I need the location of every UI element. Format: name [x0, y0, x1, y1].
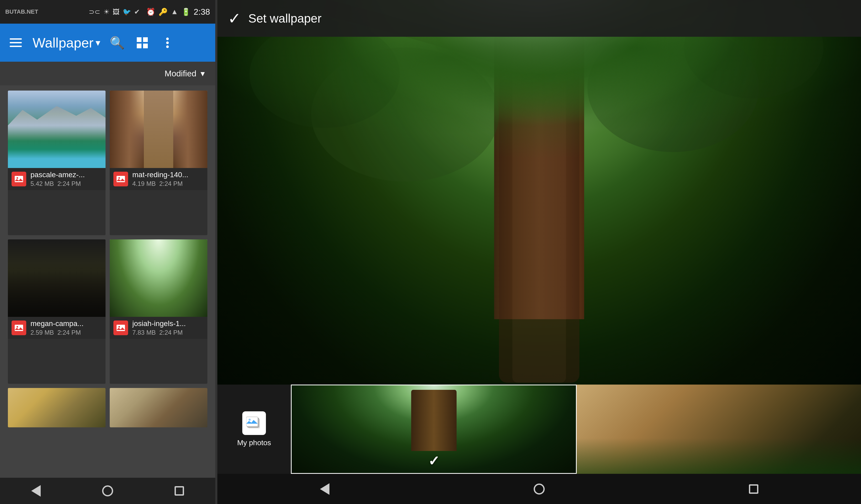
- image-icon: [116, 174, 125, 184]
- status-bar: BUTAB.NET ⊃⊂ ☀ 🖼 🐦 ✔ ⏰ 🔑 ▲ 🔋 2:38: [0, 0, 215, 24]
- svg-rect-3: [143, 44, 148, 48]
- left-panel: BUTAB.NET ⊃⊂ ☀ 🖼 🐦 ✔ ⏰ 🔑 ▲ 🔋 2:38 Wallpa…: [0, 0, 215, 504]
- file-name: pascale-amez-...: [30, 171, 85, 179]
- right-panel: ✓ Set wallpaper: [217, 0, 861, 504]
- image-icon: [14, 323, 24, 332]
- back-icon: [31, 485, 41, 496]
- grid-icon: [136, 37, 148, 49]
- app-bar-title: Wallpaper: [32, 35, 94, 51]
- svg-point-26: [249, 419, 251, 421]
- chevron-down-icon: ▾: [96, 37, 100, 48]
- file-details: 7.83 MB 2:24 PM: [132, 329, 186, 336]
- selected-checkmark-icon: ✓: [428, 453, 440, 469]
- status-bar-right: ⊃⊂ ☀ 🖼 🐦 ✔ ⏰ 🔑 ▲ 🔋 2:38: [89, 7, 210, 17]
- svg-point-5: [166, 41, 169, 44]
- svg-point-18: [311, 47, 499, 182]
- search-button[interactable]: 🔍: [109, 35, 125, 51]
- status-bar-left: BUTAB.NET: [5, 9, 38, 15]
- list-item[interactable]: [110, 388, 207, 427]
- svg-rect-13: [117, 325, 125, 331]
- file-info: megan-campa... 2.59 MB 2:24 PM: [8, 317, 106, 339]
- back-button[interactable]: [26, 480, 46, 501]
- home-icon-right: [534, 483, 545, 494]
- file-thumbnail: [110, 91, 207, 168]
- svg-rect-2: [137, 44, 141, 48]
- list-item[interactable]: [8, 388, 106, 427]
- wallpaper-preview: [217, 0, 861, 384]
- bottom-nav: [0, 478, 215, 504]
- strip-thumb-selected[interactable]: ✓: [291, 384, 577, 474]
- status-time: 2:38: [194, 7, 210, 17]
- sort-bar: Modified ▾: [0, 62, 215, 85]
- svg-rect-11: [15, 325, 23, 331]
- file-thumbnail: [110, 388, 207, 427]
- alarm-icon: ⏰: [146, 8, 155, 16]
- brightness-icon: ☀: [104, 8, 109, 16]
- file-thumbnail: [8, 240, 106, 317]
- social2-icon: ✔: [134, 8, 140, 16]
- home-icon: [102, 485, 113, 496]
- my-photos-button[interactable]: My photos: [217, 384, 291, 474]
- strip-thumbnails: ✓: [291, 384, 861, 474]
- app-watermark: BUTAB.NET: [5, 9, 38, 15]
- file-meta: josiah-ingels-1... 7.83 MB 2:24 PM: [132, 319, 186, 336]
- thumbnail-strip: My photos ✓: [217, 384, 861, 474]
- photo-icon: 🖼: [113, 8, 120, 16]
- list-item[interactable]: mat-reding-140... 4.19 MB 2:24 PM: [110, 91, 207, 235]
- dots-vertical-icon: [165, 37, 169, 49]
- folder-dropdown[interactable]: Wallpaper ▾: [32, 35, 100, 51]
- image-icon: [14, 174, 24, 184]
- checkmark-icon: ✓: [228, 9, 241, 28]
- svg-point-8: [16, 177, 18, 179]
- back-icon-right: [320, 483, 329, 495]
- grid-view-button[interactable]: [134, 35, 151, 51]
- svg-rect-9: [117, 176, 125, 182]
- svg-point-14: [118, 326, 120, 328]
- image-icon: [116, 323, 125, 332]
- file-thumbnail: [110, 240, 207, 317]
- back-button-right[interactable]: [314, 478, 335, 500]
- bottom-nav-right: [217, 474, 861, 504]
- file-name: megan-campa...: [30, 319, 83, 328]
- set-wallpaper-label: Set wallpaper: [248, 11, 322, 26]
- file-type-icon: [12, 321, 26, 335]
- recents-icon-right: [749, 484, 758, 494]
- svg-point-12: [16, 326, 18, 328]
- more-options-button[interactable]: [159, 35, 176, 51]
- svg-point-6: [166, 45, 169, 48]
- file-type-icon: [12, 172, 26, 186]
- recents-icon: [175, 486, 184, 495]
- file-info: pascale-amez-... 5.42 MB 2:24 PM: [8, 168, 106, 190]
- file-details: 5.42 MB 2:24 PM: [30, 180, 85, 188]
- my-photos-label: My photos: [237, 439, 271, 447]
- recents-button-right[interactable]: [743, 478, 764, 500]
- file-type-icon: [113, 321, 128, 335]
- svg-point-4: [166, 38, 169, 40]
- list-item[interactable]: megan-campa... 2.59 MB 2:24 PM: [8, 240, 106, 384]
- list-item[interactable]: pascale-amez-... 5.42 MB 2:24 PM: [8, 91, 106, 235]
- app-bar: Wallpaper ▾ 🔍: [0, 24, 215, 62]
- strip-thumb-2[interactable]: [577, 384, 861, 474]
- home-button[interactable]: [97, 480, 118, 501]
- search-icon: 🔍: [110, 36, 125, 50]
- home-button-right[interactable]: [529, 478, 550, 500]
- file-thumbnail: [8, 388, 106, 427]
- photos-stack-icon: [246, 415, 262, 431]
- voicemail-icon: ⊃⊂: [89, 8, 100, 16]
- sort-label: Modified: [165, 69, 196, 79]
- file-name: mat-reding-140...: [132, 171, 188, 179]
- file-info: josiah-ingels-1... 7.83 MB 2:24 PM: [110, 317, 207, 339]
- key-icon: 🔑: [159, 8, 168, 16]
- file-meta: megan-campa... 2.59 MB 2:24 PM: [30, 319, 83, 336]
- set-wallpaper-bar[interactable]: ✓ Set wallpaper: [217, 0, 861, 37]
- recents-button[interactable]: [169, 480, 190, 501]
- battery-icon: 🔋: [181, 8, 191, 16]
- file-type-icon: [113, 172, 128, 186]
- list-item[interactable]: josiah-ingels-1... 7.83 MB 2:24 PM: [110, 240, 207, 384]
- file-info: mat-reding-140... 4.19 MB 2:24 PM: [110, 168, 207, 190]
- file-meta: pascale-amez-... 5.42 MB 2:24 PM: [30, 171, 85, 188]
- sort-chevron-icon[interactable]: ▾: [201, 69, 205, 79]
- social1-icon: 🐦: [123, 8, 131, 16]
- menu-button[interactable]: [8, 35, 24, 51]
- panel-divider: [215, 0, 217, 504]
